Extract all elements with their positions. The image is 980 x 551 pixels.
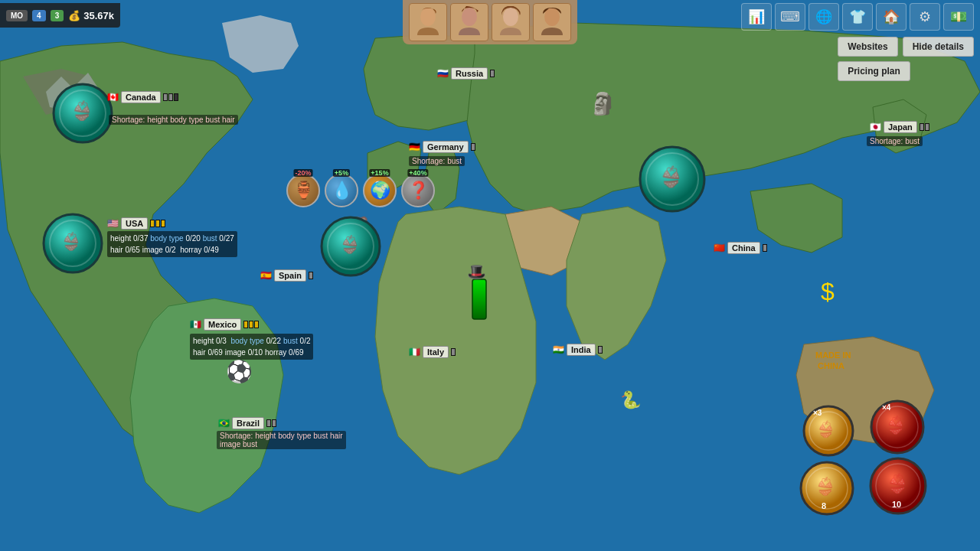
spain-label[interactable]: 🇪🇸 Spain xyxy=(260,269,313,282)
chart-button[interactable]: 📊 xyxy=(741,3,772,31)
status-bar: MO 4 3 💰 35.67k xyxy=(0,3,120,28)
svg-point-40 xyxy=(503,8,518,26)
russia-label[interactable]: 🇷🇺 Russia xyxy=(437,67,495,80)
svg-text:👙: 👙 xyxy=(816,420,835,439)
bonus-icons-row: -20% 🏺 +5% 💧 +15% 🌍 +40% ❓ xyxy=(286,174,435,207)
svg-text:👙: 👙 xyxy=(70,99,93,122)
india-bars xyxy=(598,346,603,354)
num2-badge: 3 xyxy=(51,10,64,21)
china-label[interactable]: 🇨🇳 China xyxy=(714,242,767,254)
usa-stats: height 0/37 body type 0/20 bust 0/27 hai… xyxy=(107,231,237,257)
water-bonus-pct: +5% xyxy=(333,169,350,177)
portrait-4[interactable] xyxy=(533,3,571,41)
world-map: 🗿 🐻 ⚽ 🐍 MADE IN CHINA 🎩 xyxy=(0,0,980,551)
canada-shortage: Shortage: height body type bust hair xyxy=(109,115,238,125)
italy-label[interactable]: 🇮🇹 Italy xyxy=(409,346,456,358)
svg-text:👙: 👙 xyxy=(815,476,836,497)
shirt-button[interactable]: 👕 xyxy=(842,3,873,31)
mexico-stats: height 0/3 body type 0/22 bust 0/2 hair … xyxy=(190,334,313,360)
svg-point-39 xyxy=(462,8,477,26)
usa-label[interactable]: 🇺🇸 USA xyxy=(107,217,165,230)
money-amount: 35.67k xyxy=(83,10,114,21)
mexico-bars xyxy=(243,321,259,328)
unknown-bonus-pct: +40% xyxy=(407,169,428,177)
portrait-2[interactable] xyxy=(450,3,488,41)
globe-button[interactable]: 🌐 xyxy=(808,3,839,31)
bonus-globe-icon: +15% 🌍 xyxy=(363,174,397,207)
svg-rect-7 xyxy=(472,279,486,319)
svg-text:MADE IN: MADE IN xyxy=(815,350,851,360)
brazil-shortage: Shortage: height body type bust hairimag… xyxy=(217,431,346,449)
portrait-3[interactable] xyxy=(492,3,530,41)
india-name: India xyxy=(567,344,596,356)
germany-bars xyxy=(471,143,475,151)
svg-text:⚽: ⚽ xyxy=(226,359,253,384)
russia-name: Russia xyxy=(451,67,488,80)
portraits-bar xyxy=(403,0,577,44)
ui-buttons: Websites Hide details Pricing plan xyxy=(838,37,974,81)
money-icon: 💰 xyxy=(68,10,80,21)
india-label[interactable]: 🇮🇳 India xyxy=(553,344,603,356)
top-right-icons: 📊 ⌨ 🌐 👕 🏠 ⚙ 💵 xyxy=(735,0,980,34)
mexico-label[interactable]: 🇲🇽 Mexico xyxy=(190,318,259,331)
spain-bars xyxy=(309,272,313,279)
canada-bars xyxy=(163,93,178,101)
russia-bars xyxy=(490,70,495,77)
artifact-bonus-pct: -20% xyxy=(293,169,312,177)
svg-text:🐍: 🐍 xyxy=(620,390,642,410)
japan-label[interactable]: 🇯🇵 Japan xyxy=(870,121,929,133)
mo-badge: MO xyxy=(6,10,28,21)
svg-text:🎩: 🎩 xyxy=(467,262,486,281)
globe-bonus-pct: +15% xyxy=(369,169,390,177)
brazil-bars xyxy=(266,419,276,427)
japan-name: Japan xyxy=(884,121,917,133)
svg-text:CHINA: CHINA xyxy=(818,361,844,370)
spain-name: Spain xyxy=(274,269,306,282)
keyboard-button[interactable]: ⌨ xyxy=(775,3,805,31)
svg-text:👙: 👙 xyxy=(885,415,906,435)
china-name: China xyxy=(727,242,760,254)
usa-name: USA xyxy=(121,217,148,230)
svg-text:👙: 👙 xyxy=(60,231,82,252)
svg-text:×3: ×3 xyxy=(813,409,822,417)
china-bars xyxy=(763,244,767,252)
svg-text:10: 10 xyxy=(892,500,901,509)
brazil-label[interactable]: 🇧🇷 Brazil xyxy=(218,417,276,429)
map-svg: 🗿 🐻 ⚽ 🐍 MADE IN CHINA 🎩 xyxy=(0,0,980,551)
mexico-name: Mexico xyxy=(204,318,241,331)
settings-button[interactable]: ⚙ xyxy=(910,3,940,31)
italy-bars xyxy=(451,348,456,356)
money-display: 💰 35.67k xyxy=(68,10,114,21)
svg-text:👙: 👙 xyxy=(658,165,684,189)
svg-point-38 xyxy=(420,8,436,26)
svg-text:$: $ xyxy=(821,278,835,305)
num1-badge: 4 xyxy=(32,10,46,21)
italy-name: Italy xyxy=(423,346,449,358)
germany-shortage: Shortage: bust xyxy=(409,156,465,166)
svg-text:👙: 👙 xyxy=(339,234,361,255)
portrait-1[interactable] xyxy=(409,3,447,41)
hide-details-button[interactable]: Hide details xyxy=(903,37,974,57)
germany-label[interactable]: 🇩🇪 Germany xyxy=(409,141,475,153)
bonus-artifact-icon: -20% 🏺 xyxy=(286,174,320,207)
brazil-name: Brazil xyxy=(232,417,264,429)
pricing-plan-button[interactable]: Pricing plan xyxy=(838,61,910,81)
house-button[interactable]: 🏠 xyxy=(876,3,906,31)
usa-bars xyxy=(150,220,165,227)
canada-name: Canada xyxy=(121,91,161,103)
svg-text:8: 8 xyxy=(822,501,826,510)
bonus-water-icon: +5% 💧 xyxy=(325,174,358,207)
germany-name: Germany xyxy=(423,141,469,153)
cash-button[interactable]: 💵 xyxy=(943,3,974,31)
japan-bars xyxy=(920,123,929,131)
japan-shortage: Shortage: bust xyxy=(867,136,923,146)
svg-text:👙: 👙 xyxy=(886,472,909,494)
svg-text:🗿: 🗿 xyxy=(590,91,616,116)
bonus-unknown-icon: +40% ❓ xyxy=(401,174,435,207)
websites-button[interactable]: Websites xyxy=(838,37,897,57)
canada-label[interactable]: 🇨🇦 Canada xyxy=(107,91,178,103)
svg-text:×4: ×4 xyxy=(882,403,891,412)
